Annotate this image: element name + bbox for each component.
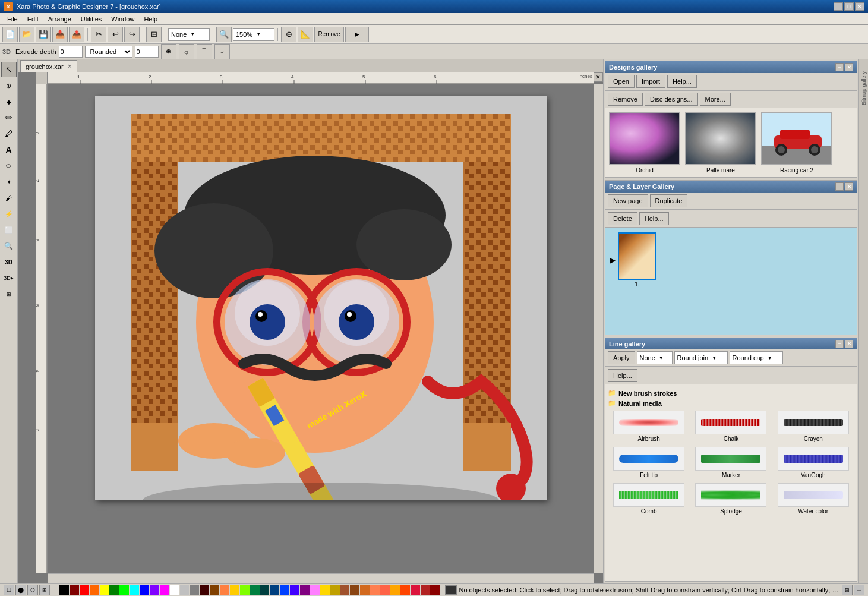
color-swatch[interactable]: [421, 585, 430, 595]
color-swatch[interactable]: [140, 585, 149, 595]
color-swatch[interactable]: [170, 585, 179, 595]
line-help-button[interactable]: Help...: [608, 369, 637, 382]
color-swatch[interactable]: [260, 585, 270, 595]
3d-tool[interactable]: 3D: [1, 254, 17, 270]
close-window-button[interactable]: ✕: [855, 2, 864, 11]
new-page-button[interactable]: New page: [608, 194, 648, 207]
crop-tool[interactable]: ⬜: [1, 222, 17, 238]
designs-item-orchid[interactable]: Orchid: [609, 112, 680, 174]
color-swatch[interactable]: [390, 585, 400, 595]
minimize-button[interactable]: ─: [834, 2, 843, 11]
color-swatch[interactable]: [90, 585, 99, 595]
extrude-tool[interactable]: 3D▸: [1, 270, 17, 286]
transform-button[interactable]: ⊞: [146, 27, 162, 42]
page-expand-arrow[interactable]: ▶: [610, 256, 616, 264]
canvas-close[interactable]: ✕: [594, 72, 603, 82]
color-swatch[interactable]: [270, 585, 279, 595]
color-swatch[interactable]: [411, 585, 420, 595]
line-item-felttip[interactable]: Felt tip: [610, 447, 687, 478]
designs-disc-button[interactable]: Disc designs...: [645, 93, 698, 106]
quality-dropdown[interactable]: None ▼: [168, 28, 210, 41]
fill-tool[interactable]: ⚡: [1, 206, 17, 222]
import-button[interactable]: 📥: [52, 27, 68, 42]
designs-thumb-pallmare[interactable]: [685, 112, 756, 165]
save-button[interactable]: 💾: [36, 27, 51, 42]
color-swatch[interactable]: [230, 585, 239, 595]
line-item-crayon[interactable]: Crayon: [775, 411, 852, 442]
color-swatch[interactable]: [430, 585, 440, 595]
designs-remove-button[interactable]: Remove: [608, 93, 643, 106]
redo-button[interactable]: ↪: [124, 27, 140, 42]
extrude-rotate-button[interactable]: ⊕: [161, 44, 176, 59]
designs-import-button[interactable]: Import: [636, 75, 665, 88]
pen-tool[interactable]: 🖊: [1, 126, 17, 141]
color-swatch[interactable]: [250, 585, 260, 595]
page-layer-help-button[interactable]: Help...: [639, 212, 669, 225]
color-swatch[interactable]: [300, 585, 310, 595]
status-right-icon-1[interactable]: ⊞: [842, 585, 853, 595]
shape-tool[interactable]: ⬭: [1, 158, 17, 174]
canvas-tab-grouchox[interactable]: grouchox.xar ✕: [20, 60, 77, 72]
line-item-marker[interactable]: Marker: [692, 447, 769, 478]
line-item-splodge[interactable]: Splodge: [692, 483, 769, 515]
extrude-style-dropdown[interactable]: Rounded Flat: [85, 46, 132, 58]
color-swatch[interactable]: [59, 585, 69, 595]
color-swatch[interactable]: [119, 585, 129, 595]
menu-utilities[interactable]: Utilities: [76, 14, 106, 24]
color-swatch[interactable]: [380, 585, 390, 595]
color-swatch[interactable]: [370, 585, 380, 595]
designs-more-button[interactable]: More...: [700, 93, 731, 106]
designs-help-button[interactable]: Help...: [667, 75, 697, 88]
color-swatch[interactable]: [130, 585, 139, 595]
color-swatch[interactable]: [210, 585, 219, 595]
line-none-dropdown[interactable]: None ▼: [637, 351, 673, 364]
color-swatch[interactable]: [280, 585, 289, 595]
rotate-tool[interactable]: ⊕: [1, 78, 17, 93]
color-swatch[interactable]: [150, 585, 159, 595]
designs-gallery-close[interactable]: ✕: [845, 63, 853, 71]
color-swatch[interactable]: [80, 585, 89, 595]
new-button[interactable]: 📄: [2, 27, 18, 42]
maximize-button[interactable]: □: [844, 2, 854, 11]
node-tool[interactable]: ◆: [1, 94, 17, 109]
duplicate-page-button[interactable]: Duplicate: [650, 194, 688, 207]
paint-tool[interactable]: 🖌: [1, 190, 17, 206]
extrude-curve1-button[interactable]: ⌒: [197, 44, 212, 59]
color-swatch[interactable]: [290, 585, 299, 595]
color-swatch[interactable]: [320, 585, 330, 595]
color-swatch[interactable]: [220, 585, 229, 595]
menu-file[interactable]: File: [2, 14, 23, 24]
line-apply-button[interactable]: Apply: [608, 351, 635, 364]
delete-page-button[interactable]: Delete: [608, 212, 637, 225]
color-swatch[interactable]: [330, 585, 340, 595]
menu-arrange[interactable]: Arrange: [43, 14, 76, 24]
extrude-light-button[interactable]: ☼: [179, 44, 194, 59]
line-gallery-minimize[interactable]: ─: [835, 340, 844, 348]
page-thumbnail-1[interactable]: [618, 232, 656, 280]
select-tool[interactable]: ↖: [1, 62, 17, 77]
current-color[interactable]: [445, 585, 457, 595]
canvas-tab-close[interactable]: ✕: [67, 63, 72, 70]
color-swatch[interactable]: [100, 585, 109, 595]
line-item-comb[interactable]: Comb: [610, 483, 687, 515]
extrude-amount-input[interactable]: [135, 46, 159, 58]
extrude-curve2-button[interactable]: ⌣: [214, 44, 230, 59]
cut-button[interactable]: ✂: [91, 27, 106, 42]
undo-button[interactable]: ↩: [108, 27, 123, 42]
designs-thumb-orchid[interactable]: [609, 112, 680, 165]
zoom-fit-button[interactable]: 🔍: [216, 27, 232, 42]
text-tool[interactable]: A: [1, 142, 17, 157]
menu-edit[interactable]: Edit: [23, 14, 43, 24]
color-swatch[interactable]: [200, 585, 209, 595]
remove-button[interactable]: Remove: [314, 27, 344, 42]
draw-tool[interactable]: ✏: [1, 110, 17, 125]
color-swatch[interactable]: [360, 585, 370, 595]
action-button[interactable]: ▶: [345, 27, 369, 42]
designs-item-racing[interactable]: Racing car 2: [761, 112, 832, 174]
color-swatch[interactable]: [180, 585, 190, 595]
color-swatch[interactable]: [240, 585, 250, 595]
snap-button[interactable]: ⊕: [281, 27, 296, 42]
guide-button[interactable]: 📐: [298, 27, 313, 42]
line-cap-dropdown[interactable]: Round cap ▼: [730, 351, 783, 364]
line-item-chalk[interactable]: Chalk: [692, 411, 769, 442]
